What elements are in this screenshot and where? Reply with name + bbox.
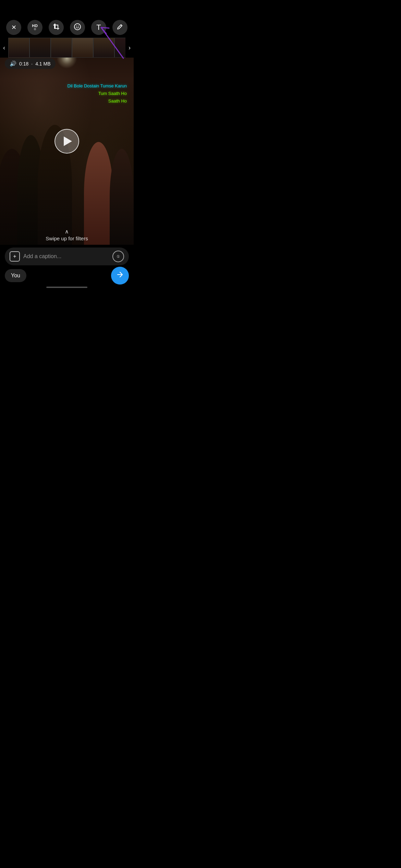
sticker-icon [74, 23, 81, 32]
silhouettes [0, 100, 134, 245]
play-button[interactable] [54, 129, 79, 154]
film-frame [72, 38, 93, 58]
hd-settings-button[interactable]: HD ⚙ [27, 20, 42, 35]
filmstrip-frames [8, 38, 125, 58]
text-button[interactable]: T [91, 20, 106, 35]
caption-placeholder: Add a caption... [23, 253, 112, 260]
swipe-up-label: Swipe up for filters [46, 236, 88, 241]
caption-input-bar[interactable]: Add a caption... ① [5, 248, 129, 265]
film-frame [8, 38, 29, 58]
home-indicator [46, 287, 87, 288]
pencil-icon [117, 23, 123, 32]
pencil-button[interactable] [112, 20, 127, 35]
volume-icon: 🔊 [10, 60, 16, 67]
video-separator: · [31, 61, 33, 67]
svg-point-0 [74, 24, 81, 30]
video-size: 4.1 MB [35, 61, 50, 67]
filmstrip-left-arrow[interactable]: ‹ [0, 38, 8, 58]
karaoke-line-1: Dil Bole Dostain Tumse Karun [68, 82, 127, 90]
caption-timer-icon[interactable]: ① [112, 251, 124, 262]
sticker-button[interactable] [70, 20, 85, 35]
play-icon [64, 136, 72, 146]
recipient-chip[interactable]: You [5, 269, 26, 282]
close-button[interactable]: ✕ [6, 20, 21, 35]
chevron-up-icon: ∧ [65, 228, 69, 235]
svg-point-2 [78, 25, 78, 26]
film-frame [51, 38, 72, 58]
send-icon [116, 271, 124, 280]
bottom-row: You [5, 267, 129, 285]
text-icon: T [96, 23, 101, 32]
caption-add-icon[interactable] [10, 251, 20, 262]
video-duration: 0:18 [19, 61, 28, 67]
crop-icon [52, 23, 60, 32]
film-frame [29, 38, 51, 58]
send-button[interactable] [111, 267, 129, 285]
karaoke-line-3: Saath Ho [68, 97, 127, 105]
filmstrip-right-arrow[interactable]: › [125, 38, 134, 58]
film-frame [114, 38, 125, 58]
status-bar [0, 0, 134, 17]
recipient-label: You [11, 273, 20, 278]
crop-button[interactable] [49, 20, 64, 35]
film-frame [93, 38, 114, 58]
karaoke-line-2: Tum Saath Ho [68, 90, 127, 97]
hd-icon: HD ⚙ [32, 24, 38, 31]
video-toolbar: ✕ HD ⚙ T [0, 17, 134, 38]
svg-point-1 [76, 25, 77, 26]
close-icon: ✕ [11, 24, 16, 31]
filmstrip: ‹ › [0, 38, 134, 58]
video-info-bar: 🔊 0:18 · 4.1 MB [5, 58, 56, 69]
swipe-up-hint: ∧ Swipe up for filters [0, 228, 134, 241]
karaoke-overlay: Dil Bole Dostain Tumse Karun Tum Saath H… [68, 82, 127, 105]
